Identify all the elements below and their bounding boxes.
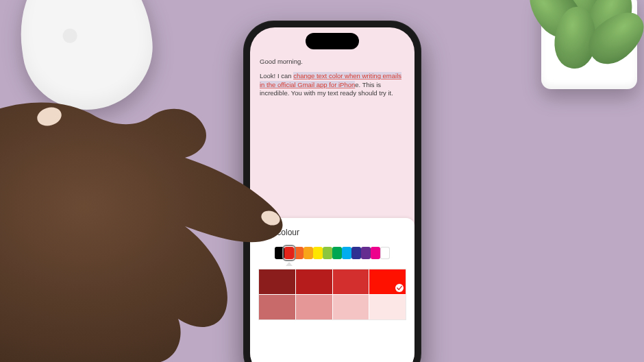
hue-swatch-9[interactable] xyxy=(361,247,371,259)
iphone-frame: Good morning. Look! I can change text co… xyxy=(243,21,421,362)
shade-swatch-1[interactable] xyxy=(296,269,332,294)
check-icon xyxy=(395,284,404,292)
hue-swatch-11[interactable] xyxy=(380,247,390,259)
shade-swatch-7[interactable] xyxy=(369,295,406,319)
shade-swatch-2[interactable] xyxy=(333,269,369,294)
hue-swatch-10[interactable] xyxy=(371,247,380,259)
hue-swatch-7[interactable] xyxy=(342,247,351,259)
picker-title: Text colour xyxy=(250,225,414,244)
compose-paragraph: Look! I can change text color when writi… xyxy=(260,72,405,98)
hue-swatch-2[interactable] xyxy=(294,247,304,259)
hue-swatch-3[interactable] xyxy=(304,247,313,259)
hue-swatch-5[interactable] xyxy=(323,247,332,259)
compose-greeting: Good morning. xyxy=(260,58,405,67)
hue-swatch-0[interactable] xyxy=(275,247,284,259)
plant-decoration xyxy=(528,0,644,110)
shade-swatch-6[interactable] xyxy=(333,295,369,319)
shade-swatch-3[interactable] xyxy=(369,269,406,294)
apple-mouse xyxy=(11,0,161,118)
compose-body[interactable]: Good morning. Look! I can change text co… xyxy=(260,58,405,98)
shade-swatch-5[interactable] xyxy=(296,295,332,319)
dynamic-island xyxy=(306,33,359,49)
hue-row xyxy=(250,244,414,269)
shade-swatch-4[interactable] xyxy=(259,295,295,319)
shade-swatch-0[interactable] xyxy=(259,269,295,294)
text-plain-before: Look! I can xyxy=(260,72,293,80)
phone-screen: Good morning. Look! I can change text co… xyxy=(250,27,414,362)
hue-swatch-8[interactable] xyxy=(351,247,361,259)
hue-swatch-4[interactable] xyxy=(313,247,323,259)
svg-point-0 xyxy=(35,105,64,128)
text-color-picker: Text colour xyxy=(250,218,414,362)
hue-swatch-1[interactable] xyxy=(284,247,294,259)
shade-grid xyxy=(258,269,406,320)
hue-swatch-6[interactable] xyxy=(332,247,342,259)
